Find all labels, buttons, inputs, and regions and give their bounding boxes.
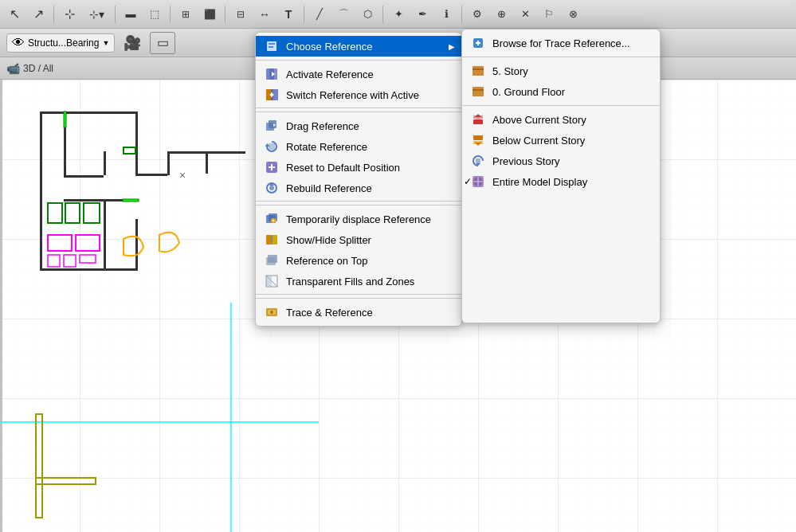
above-current-icon [470,111,486,127]
reference-on-top-item[interactable]: Reference on Top [256,250,461,271]
extra-btn2[interactable]: ✕ [514,3,536,25]
extra-btn3[interactable]: ⚐ [538,3,560,25]
story-0-item[interactable]: 0. Ground Floor [462,81,660,102]
svg-rect-9 [167,151,207,154]
pointer-tool-btn[interactable]: ↖ [3,3,25,25]
trace-reference-item[interactable]: Trace & Reference [256,302,461,323]
activate-reference-item[interactable]: Activate Reference [256,64,461,84]
story-5-item[interactable]: 5. Story [462,61,660,81]
arrow-tool-btn[interactable]: ↗ [27,3,49,25]
svg-rect-68 [271,235,273,244]
eyedrop-btn[interactable]: ✒ [411,3,433,25]
browse-trace-icon [470,35,486,51]
story-5-icon [470,63,486,79]
svg-rect-44 [269,46,273,48]
stair-tool-btn[interactable]: ⊟ [229,3,252,25]
svg-point-75 [270,311,273,314]
2d-tool-btn[interactable]: ⊞ [174,3,197,25]
previous-story-label: Previous Story [492,155,647,167]
reference-on-top-label: Reference on Top [286,255,449,267]
svg-rect-14 [64,175,104,178]
camera-mode-btn[interactable]: 🎥 [120,32,145,54]
reset-position-item[interactable]: Reset to Default Position [256,157,461,178]
settings-btn[interactable]: ⚙ [466,3,488,25]
3d-tool-btn[interactable]: ⬛ [198,3,221,25]
story-0-label: 0. Ground Floor [492,86,647,98]
sub-sep1 [462,57,660,57]
separator4 [225,6,225,23]
reset-icon [264,159,280,175]
svg-rect-3 [0,80,2,532]
svg-rect-18 [206,151,245,154]
sub-sep2 [462,105,660,106]
sep-after-header [256,60,461,61]
arc-tool-btn[interactable]: ⌒ [332,3,355,25]
reset-position-label: Reset to Default Position [286,162,449,174]
switch-reference-item[interactable]: Switch Reference with Active [256,84,461,108]
svg-rect-84 [473,87,484,89]
dim-tool-btn[interactable]: ↔ [253,3,276,25]
below-current-icon [470,132,486,148]
svg-rect-72 [266,276,272,287]
svg-rect-10 [206,151,208,174]
svg-rect-20 [64,111,66,127]
magic-tool-btn[interactable]: ✦ [387,3,410,25]
chevron-icon: ▼ [102,39,109,47]
svg-rect-12 [40,268,135,271]
temp-displace-item[interactable]: Temporarily displace Reference [256,209,461,229]
separator2 [115,6,116,23]
sep4 [256,298,461,299]
svg-rect-7 [135,174,167,176]
svg-rect-88 [473,135,483,140]
sep3 [256,205,461,205]
separator5 [304,6,304,23]
drag-reference-label: Drag Reference [286,120,449,132]
checkmark: ✓ [464,176,472,187]
wall-tool-btn[interactable]: ▬ [120,3,142,25]
above-current-item[interactable]: Above Current Story [462,109,660,130]
door-tool-btn[interactable]: ⬚ [143,3,166,25]
rotate-reference-item[interactable]: Rotate Reference [256,136,461,157]
rebuild-reference-item[interactable]: Rebuild Reference [256,178,461,201]
switch-reference-label: Switch Reference with Active [286,89,449,101]
extra-btn4[interactable]: ⊗ [562,3,584,25]
previous-story-icon [470,153,486,169]
below-current-item[interactable]: Below Current Story [462,130,660,151]
select-tool-btn[interactable]: ⊹ [58,3,80,25]
text-tool-btn[interactable]: T [277,3,300,25]
entire-model-item[interactable]: ✓ Entire Model Display [462,171,660,192]
eye-icon: 👁 [12,36,25,50]
line-tool-btn[interactable]: ╱ [308,3,331,25]
trace-icon [264,304,280,320]
display-mode-btn[interactable]: ▭ [150,32,175,54]
below-current-label: Below Current Story [492,135,647,147]
svg-rect-43 [269,43,275,45]
svg-rect-17 [104,199,106,271]
browse-trace-item[interactable]: Browse for Trace Reference... [462,33,660,53]
poly-tool-btn[interactable]: ⬡ [356,3,378,25]
sep2 [256,111,461,112]
above-current-label: Above Current Story [492,114,647,126]
choose-reference-icon [264,38,280,54]
separator1 [53,6,54,23]
submenu: Browse for Trace Reference... 5. Story [461,29,661,323]
extra-btn1[interactable]: ⊕ [490,3,512,25]
temp-displace-label: Temporarily displace Reference [286,213,449,225]
splitter-icon [264,232,280,248]
choose-reference-item[interactable]: Choose Reference [256,36,461,57]
toolbar-row1: ↖ ↗ ⊹ ⊹▾ ▬ ⬚ ⊞ ⬛ ⊟ ↔ T ╱ ⌒ ⬡ ✦ ✒ ℹ ⚙ ⊕ ✕… [0,0,796,29]
transparent-fills-item[interactable]: Transparent Fills and Zones [256,271,461,295]
svg-rect-4 [40,111,42,271]
svg-rect-11 [135,219,138,271]
view-mode-label: 3D / All [23,63,53,74]
separator7 [461,6,462,23]
view-label: Structu...Bearing [28,37,99,49]
view-selector[interactable]: 👁 Structu...Bearing ▼ [6,33,115,53]
drag-reference-item[interactable]: Drag Reference [256,115,461,136]
info-btn[interactable]: ℹ [435,3,457,25]
select-dropdown[interactable]: ⊹▾ [82,3,111,25]
svg-rect-51 [269,120,276,128]
show-hide-splitter-item[interactable]: Show/Hide Splitter [256,229,461,250]
previous-story-item[interactable]: Previous Story [462,151,660,171]
transparent-fills-icon [264,273,280,289]
